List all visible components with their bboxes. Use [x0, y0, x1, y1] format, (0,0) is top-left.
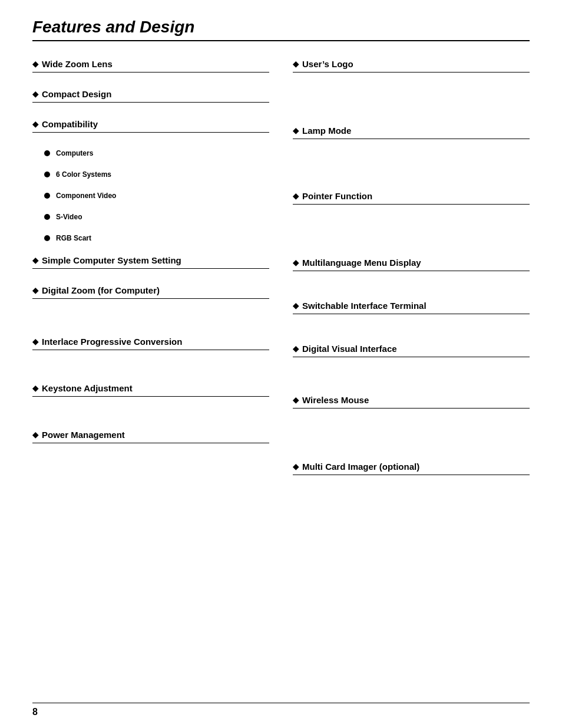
diamond-icon: ◆	[32, 430, 38, 439]
feature-label-compact-design: ◆ Compact Design	[32, 89, 269, 103]
spacer	[32, 413, 269, 430]
spacer	[293, 221, 530, 258]
feature-compatibility: ◆ Compatibility	[32, 119, 269, 149]
diamond-icon: ◆	[32, 60, 38, 68]
feature-label-pointer-function: ◆ Pointer Function	[293, 191, 530, 205]
feature-label-users-logo: ◆ User’s Logo	[293, 59, 530, 73]
feature-text-keystone: Keystone Adjustment	[42, 383, 133, 393]
sub-text-rgb-scart: RGB Scart	[56, 234, 91, 242]
feature-text-digital-visual: Digital Visual Interface	[302, 344, 397, 354]
feature-text-wide-zoom-lens: Wide Zoom Lens	[42, 59, 113, 69]
feature-text-multi-card: Multi Card Imager (optional)	[302, 462, 419, 472]
feature-text-switchable-interface: Switchable Interface Terminal	[302, 301, 427, 311]
feature-label-digital-zoom: ◆ Digital Zoom (for Computer)	[32, 285, 269, 299]
feature-text-wireless-mouse: Wireless Mouse	[302, 395, 369, 405]
feature-text-compact-design: Compact Design	[42, 89, 111, 99]
feature-wide-zoom-lens: ◆ Wide Zoom Lens	[32, 59, 269, 89]
feature-label-multi-card: ◆ Multi Card Imager (optional)	[293, 462, 530, 475]
bullet-icon	[44, 172, 50, 177]
page-number: 8	[32, 707, 38, 717]
diamond-icon: ◆	[293, 60, 299, 68]
spacer	[293, 331, 530, 344]
feature-compact-design: ◆ Compact Design	[32, 89, 269, 119]
sub-text-color-systems: 6 Color Systems	[56, 170, 111, 179]
diamond-icon: ◆	[293, 258, 299, 267]
feature-label-simple-computer: ◆ Simple Computer System Setting	[32, 255, 269, 269]
feature-multilanguage: ◆ Multilanguage Menu Display	[293, 258, 530, 288]
feature-keystone: ◆ Keystone Adjustment	[32, 383, 269, 413]
feature-users-logo: ◆ User’s Logo	[293, 59, 530, 89]
diamond-icon: ◆	[32, 286, 38, 295]
feature-text-pointer-function: Pointer Function	[302, 191, 372, 201]
feature-text-simple-computer: Simple Computer System Setting	[42, 255, 181, 265]
diamond-icon: ◆	[293, 126, 299, 135]
diamond-icon: ◆	[293, 192, 299, 200]
sub-item-component-video: Component Video	[44, 192, 269, 200]
feature-label-multilanguage: ◆ Multilanguage Menu Display	[293, 258, 530, 271]
sub-text-s-video: S-Video	[56, 213, 82, 221]
content-grid: ◆ Wide Zoom Lens ◆ Compact Design ◆ Comp…	[32, 59, 530, 492]
feature-text-compatibility: Compatibility	[42, 119, 98, 129]
feature-lamp-mode: ◆ Lamp Mode	[293, 126, 530, 156]
spacer	[293, 89, 530, 126]
feature-wireless-mouse: ◆ Wireless Mouse	[293, 395, 530, 425]
feature-power-management: ◆ Power Management	[32, 430, 269, 460]
feature-switchable-interface: ◆ Switchable Interface Terminal	[293, 301, 530, 331]
feature-text-digital-zoom: Digital Zoom (for Computer)	[42, 285, 160, 295]
spacer	[293, 288, 530, 301]
feature-label-wireless-mouse: ◆ Wireless Mouse	[293, 395, 530, 409]
feature-label-wide-zoom-lens: ◆ Wide Zoom Lens	[32, 59, 269, 73]
diamond-icon: ◆	[293, 344, 299, 353]
spacer	[32, 315, 269, 337]
sub-item-rgb-scart: RGB Scart	[44, 234, 269, 242]
diamond-icon: ◆	[293, 396, 299, 404]
spacer	[293, 156, 530, 191]
spacer	[293, 425, 530, 462]
feature-label-digital-visual: ◆ Digital Visual Interface	[293, 344, 530, 357]
bullet-icon	[44, 235, 50, 241]
feature-pointer-function: ◆ Pointer Function	[293, 191, 530, 221]
feature-text-interlace: Interlace Progressive Conversion	[42, 337, 182, 347]
feature-text-lamp-mode: Lamp Mode	[302, 126, 351, 136]
bullet-icon	[44, 150, 50, 156]
feature-label-switchable-interface: ◆ Switchable Interface Terminal	[293, 301, 530, 314]
sub-item-color-systems: 6 Color Systems	[44, 170, 269, 179]
feature-digital-zoom: ◆ Digital Zoom (for Computer)	[32, 285, 269, 315]
feature-text-multilanguage: Multilanguage Menu Display	[302, 258, 421, 268]
diamond-icon: ◆	[32, 120, 38, 129]
page-number-section: 8	[32, 703, 530, 717]
right-column: ◆ User’s Logo ◆ Lamp Mode ◆ Pointer Func	[293, 59, 530, 492]
diamond-icon: ◆	[32, 90, 38, 98]
feature-text-users-logo: User’s Logo	[302, 59, 353, 69]
feature-digital-visual: ◆ Digital Visual Interface	[293, 344, 530, 374]
diamond-icon: ◆	[32, 337, 38, 346]
feature-interlace: ◆ Interlace Progressive Conversion	[32, 337, 269, 367]
feature-label-lamp-mode: ◆ Lamp Mode	[293, 126, 530, 139]
feature-label-power-management: ◆ Power Management	[32, 430, 269, 443]
left-column: ◆ Wide Zoom Lens ◆ Compact Design ◆ Comp…	[32, 59, 269, 492]
diamond-icon: ◆	[32, 384, 38, 393]
page-title-section: Features and Design	[32, 18, 530, 41]
feature-label-keystone: ◆ Keystone Adjustment	[32, 383, 269, 397]
page-title: Features and Design	[32, 18, 530, 37]
feature-text-power-management: Power Management	[42, 430, 125, 440]
spacer	[32, 367, 269, 383]
bullet-icon	[44, 214, 50, 220]
diamond-icon: ◆	[293, 462, 299, 471]
page-container: Features and Design ◆ Wide Zoom Lens ◆ C…	[0, 0, 562, 728]
bullet-icon	[44, 193, 50, 199]
feature-label-compatibility: ◆ Compatibility	[32, 119, 269, 133]
sub-item-computers: Computers	[44, 149, 269, 157]
sub-text-computers: Computers	[56, 149, 93, 157]
sub-item-s-video: S-Video	[44, 213, 269, 221]
diamond-icon: ◆	[32, 256, 38, 265]
feature-label-interlace: ◆ Interlace Progressive Conversion	[32, 337, 269, 350]
diamond-icon: ◆	[293, 301, 299, 310]
sub-text-component-video: Component Video	[56, 192, 116, 200]
feature-multi-card: ◆ Multi Card Imager (optional)	[293, 462, 530, 492]
spacer	[293, 374, 530, 395]
feature-simple-computer: ◆ Simple Computer System Setting	[32, 255, 269, 285]
